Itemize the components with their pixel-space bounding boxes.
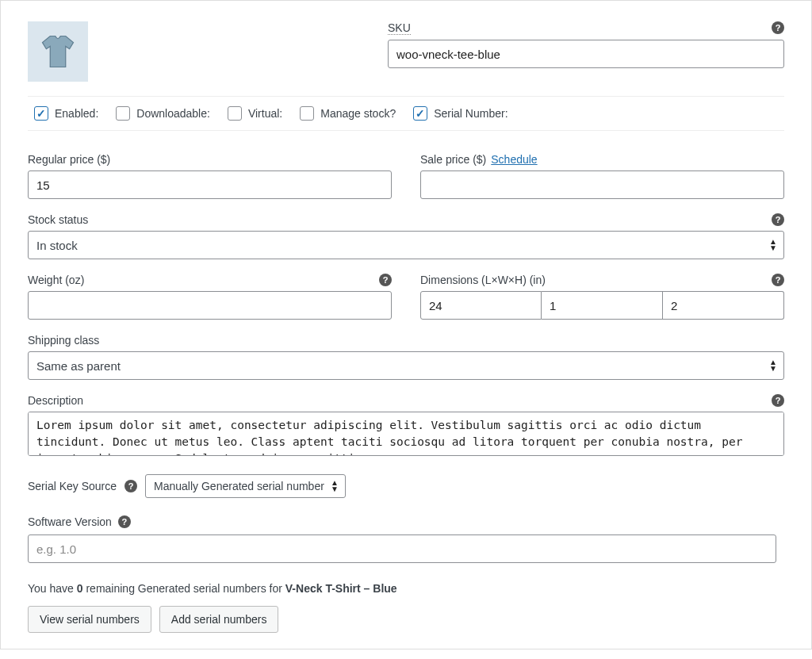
sku-label: SKU xyxy=(388,21,411,35)
sale-price-input[interactable] xyxy=(420,170,784,199)
help-icon[interactable]: ? xyxy=(772,394,784,407)
checkbox-label: Downloadable: xyxy=(136,107,210,120)
dim-width-input[interactable] xyxy=(542,291,663,320)
sale-price-field: Sale price ($) Schedule xyxy=(420,153,784,199)
description-field: Description ? xyxy=(28,394,784,458)
view-serial-button[interactable]: View serial numbers xyxy=(28,606,151,633)
fields-grid: Regular price ($) Sale price ($) Schedul… xyxy=(1,131,811,458)
field-label: Stock status xyxy=(28,213,784,226)
checkbox-icon xyxy=(34,106,48,121)
chevron-updown-icon: ▲▼ xyxy=(769,359,777,372)
field-label: Software Version xyxy=(28,515,112,528)
shipping-class-select[interactable]: Same as parent ▲▼ xyxy=(28,351,784,380)
field-label: Sale price ($) Schedule xyxy=(420,153,784,166)
checkbox-label: Serial Number: xyxy=(434,107,508,120)
virtual-checkbox[interactable]: Virtual: xyxy=(228,106,282,121)
sku-field: SKU ? xyxy=(388,21,784,68)
help-icon[interactable]: ? xyxy=(772,213,784,226)
help-icon[interactable]: ? xyxy=(379,274,392,286)
serial-count-note: You have 0 remaining Generated serial nu… xyxy=(1,568,811,606)
serial-source-row: Serial Key Source ? Manually Generated s… xyxy=(1,469,811,503)
help-icon[interactable]: ? xyxy=(772,21,784,34)
checkbox-icon xyxy=(228,106,242,121)
field-label: Weight (oz) xyxy=(28,274,392,286)
dim-height-input[interactable] xyxy=(663,291,784,320)
field-label: Description xyxy=(28,394,784,407)
field-label: Shipping class xyxy=(28,334,784,347)
enabled-checkbox[interactable]: Enabled: xyxy=(34,106,98,121)
help-icon[interactable]: ? xyxy=(118,515,131,528)
help-icon[interactable]: ? xyxy=(124,480,137,492)
dim-length-input[interactable] xyxy=(420,291,542,320)
checkbox-label: Manage stock? xyxy=(320,107,396,120)
field-label: Serial Key Source xyxy=(28,480,117,492)
serial-buttons-row: View serial numbers Add serial numbers xyxy=(1,606,811,633)
help-icon[interactable]: ? xyxy=(772,274,784,286)
manage-stock-checkbox[interactable]: Manage stock? xyxy=(300,106,396,121)
description-textarea[interactable] xyxy=(28,412,784,456)
weight-field: Weight (oz) ? xyxy=(28,274,392,320)
sku-input[interactable] xyxy=(388,40,784,68)
serial-source-select[interactable]: Manually Generated serial number ▲▼ xyxy=(145,474,346,498)
field-label: Dimensions (L×W×H) (in) xyxy=(420,274,784,286)
stock-status-select[interactable]: In stock ▲▼ xyxy=(28,231,784,259)
checkbox-label: Virtual: xyxy=(248,107,282,120)
regular-price-input[interactable] xyxy=(28,170,392,199)
shipping-class-field: Shipping class Same as parent ▲▼ xyxy=(28,334,784,380)
add-serial-button[interactable]: Add serial numbers xyxy=(159,606,279,633)
regular-price-field: Regular price ($) xyxy=(28,153,392,199)
checkbox-label: Enabled: xyxy=(55,107,98,120)
stock-status-field: Stock status ? In stock ▲▼ xyxy=(28,213,784,259)
checkbox-icon xyxy=(413,106,427,121)
schedule-link[interactable]: Schedule xyxy=(491,153,537,166)
software-version-field: Software Version ? xyxy=(1,511,811,568)
software-version-input[interactable] xyxy=(28,534,776,563)
downloadable-checkbox[interactable]: Downloadable: xyxy=(116,106,210,121)
serial-number-checkbox[interactable]: Serial Number: xyxy=(413,106,508,121)
weight-input[interactable] xyxy=(28,291,392,320)
product-thumbnail[interactable] xyxy=(28,21,88,82)
chevron-updown-icon: ▲▼ xyxy=(331,480,339,492)
field-label: Regular price ($) xyxy=(28,153,392,166)
variation-panel: SKU ? Enabled: Downloadable: Virtual: Ma… xyxy=(0,0,812,649)
options-row: Enabled: Downloadable: Virtual: Manage s… xyxy=(28,96,784,131)
dimensions-field: Dimensions (L×W×H) (in) ? xyxy=(420,274,784,320)
checkbox-icon xyxy=(116,106,130,121)
header-row: SKU ? xyxy=(1,1,811,82)
chevron-updown-icon: ▲▼ xyxy=(769,239,777,251)
checkbox-icon xyxy=(300,106,314,121)
tshirt-icon xyxy=(37,31,79,72)
